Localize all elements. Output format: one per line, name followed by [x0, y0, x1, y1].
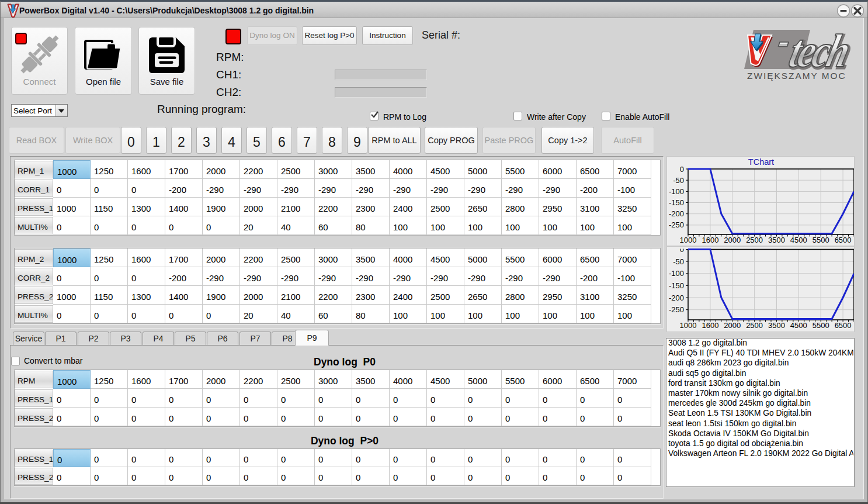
svg-text:1600: 1600 — [702, 321, 718, 330]
svg-text:6500: 6500 — [835, 236, 852, 244]
svg-text:1600: 1600 — [702, 236, 718, 244]
svg-text:2000: 2000 — [724, 321, 741, 330]
svg-text:-50: -50 — [673, 176, 684, 185]
svg-text:2000: 2000 — [724, 236, 741, 244]
svg-text:1000: 1000 — [680, 236, 697, 244]
svg-text:TChart: TChart — [748, 157, 774, 167]
svg-text:3500: 3500 — [768, 236, 785, 244]
svg-text:3500: 3500 — [768, 321, 785, 330]
svg-text:-150: -150 — [669, 281, 684, 290]
svg-text:4500: 4500 — [790, 321, 807, 330]
svg-text:0: 0 — [680, 165, 684, 174]
svg-text:-150: -150 — [669, 198, 684, 207]
svg-text:-250: -250 — [669, 305, 684, 314]
svg-text:2500: 2500 — [746, 321, 763, 330]
svg-text:-50: -50 — [673, 257, 684, 266]
svg-text:ZWIĘKSZAMY MOC: ZWIĘKSZAMY MOC — [747, 71, 846, 81]
svg-text:4500: 4500 — [790, 236, 807, 244]
svg-text:1000: 1000 — [680, 321, 697, 330]
svg-text:-200: -200 — [669, 209, 684, 218]
svg-text:-250: -250 — [669, 220, 684, 229]
svg-text:-200: -200 — [669, 294, 684, 302]
svg-text:-100: -100 — [669, 187, 684, 196]
svg-text:5500: 5500 — [813, 321, 829, 330]
svg-text:2500: 2500 — [746, 236, 763, 244]
svg-text:6500: 6500 — [835, 321, 852, 330]
svg-text:-100: -100 — [669, 269, 684, 278]
svg-text:5500: 5500 — [813, 236, 829, 244]
